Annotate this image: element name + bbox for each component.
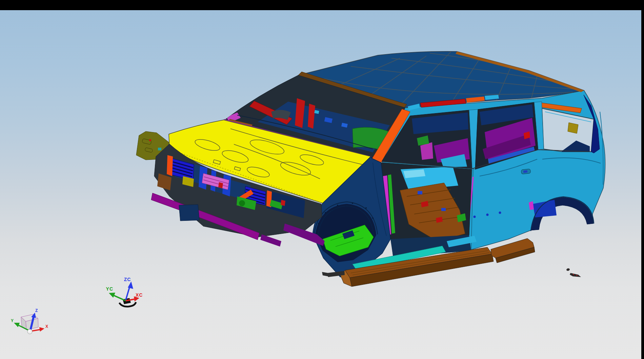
xc-axis-label: XC xyxy=(136,292,143,298)
yc-axis-label: YC xyxy=(106,286,113,292)
graphics-viewport-3d[interactable]: ZC YC XC Z Y X xyxy=(0,10,641,359)
x-axis-label: X xyxy=(45,324,48,329)
air-dam-bracket xyxy=(179,205,199,221)
y-axis-arrow xyxy=(14,323,20,327)
top-black-bar xyxy=(0,0,644,10)
rear-door-handle[interactable] xyxy=(521,169,530,174)
z-axis-label: Z xyxy=(35,308,38,313)
model-canvas[interactable]: ZC YC XC Z Y X xyxy=(0,10,641,359)
x-axis-arrow xyxy=(39,327,44,332)
wcs-triad[interactable]: ZC YC XC xyxy=(106,277,143,307)
right-black-bar xyxy=(641,10,644,356)
zc-axis-arrow xyxy=(128,281,133,289)
cad-application-window: ZC YC XC Z Y X xyxy=(0,0,644,359)
zc-axis-label: ZC xyxy=(124,277,131,282)
y-axis-label: Y xyxy=(11,318,14,323)
car-body-model[interactable] xyxy=(136,51,605,287)
loose-bracket-parts[interactable] xyxy=(566,268,581,277)
datum-csys[interactable]: Z Y X xyxy=(11,308,48,334)
